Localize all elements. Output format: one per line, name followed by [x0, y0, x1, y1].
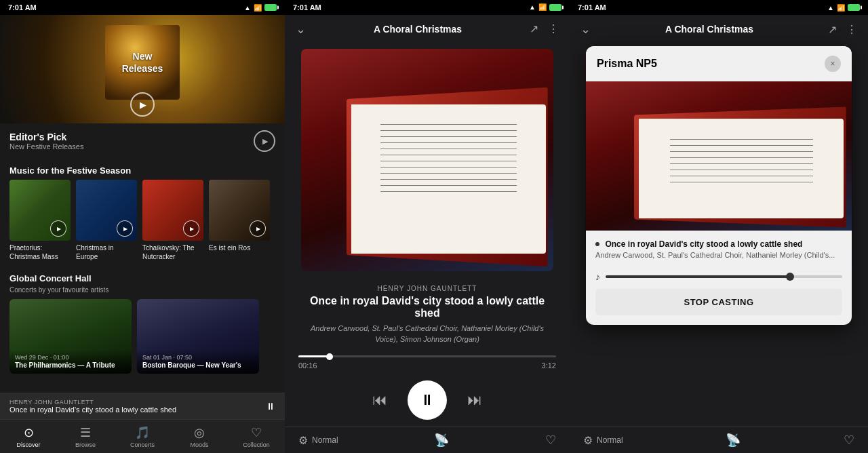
status-icons-2: ▲ 📶 — [529, 3, 561, 11]
book-line — [380, 185, 517, 186]
album-name-3: Tchaikovsky: The Nutcracker — [142, 243, 203, 261]
list-item[interactable]: Praetorius: Christmas Mass — [9, 180, 71, 261]
status-bar-3: 7:01 AM ▲ 📶 — [570, 0, 868, 15]
status-icons-3: ▲ 📶 — [827, 4, 860, 12]
album-thumb-3 — [142, 180, 203, 241]
progress-section: 00:16 3:12 — [285, 349, 570, 374]
volume-note-icon: ♪ — [595, 271, 600, 282]
close-icon: × — [830, 59, 835, 68]
cast-icon-3[interactable]: 📡 — [726, 433, 741, 448]
status-bar-1: 7:01 AM ▲ 📶 — [0, 0, 285, 15]
footer-left-3: ⚙ Normal — [583, 434, 623, 447]
album-play-4[interactable] — [250, 220, 266, 237]
album-play-1[interactable] — [50, 220, 66, 237]
album-play-3[interactable] — [183, 220, 199, 237]
book-line — [380, 149, 517, 149]
collection-icon: ♡ — [251, 425, 262, 440]
mini-player-artist: Henry John Gauntlett — [9, 399, 176, 406]
heart-icon[interactable]: ♡ — [545, 433, 556, 448]
player-header-title-3: A Choral Christmas — [665, 24, 753, 35]
hero-album-text: NewReleases — [122, 50, 163, 75]
list-item[interactable]: Es ist ein Ros — [209, 180, 270, 261]
more-icon-3[interactable]: ⋮ — [846, 23, 857, 36]
player-footer: ⚙ Normal 📡 ♡ — [285, 427, 570, 453]
settings-icon-3[interactable]: ⚙ — [583, 434, 593, 447]
battery-icon — [264, 4, 277, 11]
player-header-title: A Choral Christmas — [374, 24, 462, 35]
total-time: 3:12 — [542, 361, 556, 370]
volume-bar[interactable] — [606, 275, 842, 278]
wifi-icon-3: 📶 — [837, 4, 845, 12]
track-composer: Henry John Gauntlett — [298, 285, 556, 292]
pause-button[interactable]: ⏸ — [408, 380, 447, 420]
wifi-icon: 📶 — [254, 4, 262, 12]
album-art-main — [301, 49, 553, 271]
hero-album-art: NewReleases — [105, 25, 180, 100]
concerts-label: Concerts — [130, 441, 155, 448]
browse-icon: ☰ — [80, 425, 91, 440]
chevron-down-icon[interactable]: ⌄ — [296, 22, 306, 37]
chevron-down-icon-3[interactable]: ⌄ — [580, 22, 591, 37]
album-name-1: Praetorius: Christmas Mass — [9, 243, 71, 261]
popup-page-lines — [639, 119, 844, 203]
previous-button[interactable]: ⏮ — [372, 391, 387, 409]
next-button[interactable]: ⏭ — [467, 391, 482, 409]
share-icon[interactable]: ↗ — [530, 22, 538, 35]
book-line — [670, 163, 813, 164]
bottom-nav: ⊙ Discover ☰ Browse 🎵 Concerts ◎ Moods ♡… — [0, 419, 285, 453]
album-thumb-4 — [209, 180, 270, 241]
sidebar-item-browse[interactable]: ☰ Browse — [57, 420, 114, 453]
player-controls: ⏮ ⏸ ⏭ — [285, 374, 570, 427]
player-header-3: ⌄ A Choral Christmas ↗ ⋮ — [570, 15, 868, 43]
discover-icon: ⊙ — [24, 425, 34, 440]
panel-discovery: 7:01 AM ▲ 📶 NewReleases Editor's Pick Ne… — [0, 0, 285, 453]
book-line — [670, 145, 813, 146]
concerts-row: Wed 29 Dec · 01:00 The Philharmonics — A… — [0, 299, 285, 374]
sidebar-item-moods[interactable]: ◎ Moods — [171, 420, 228, 453]
album-play-2[interactable] — [117, 220, 133, 237]
mini-pause-button[interactable]: ⏸ — [266, 401, 275, 412]
hero-section[interactable]: NewReleases — [0, 15, 285, 123]
sidebar-item-collection[interactable]: ♡ Collection — [228, 420, 285, 453]
sidebar-item-concerts[interactable]: 🎵 Concerts — [114, 420, 171, 453]
editors-pick-play-button[interactable] — [254, 130, 275, 152]
editors-pick-title: Editor's Pick — [9, 132, 83, 142]
album-name-4: Es ist ein Ros — [209, 243, 270, 252]
book-line — [380, 155, 517, 155]
book-page-lines — [351, 104, 545, 211]
concerts-title: Global Concert Hall — [0, 273, 285, 286]
player-header-icons: ↗ ⋮ — [530, 22, 559, 35]
sidebar-item-discover[interactable]: ⊙ Discover — [0, 420, 57, 453]
list-item[interactable]: Wed 29 Dec · 01:00 The Philharmonics — A… — [9, 299, 132, 374]
progress-bar[interactable] — [298, 355, 556, 357]
book-line — [380, 124, 517, 125]
device-popup-album-art — [586, 81, 852, 231]
now-playing-dot — [595, 242, 599, 246]
mini-player[interactable]: Henry John Gauntlett Once in royal David… — [0, 393, 285, 419]
list-item[interactable]: Sat 01 Jan · 07:50 Boston Baroque — New … — [137, 299, 259, 374]
share-icon-3[interactable]: ↗ — [828, 23, 837, 36]
editors-pick-section: Editor's Pick New Festive Releases — [0, 123, 285, 159]
device-popup-close-button[interactable]: × — [825, 56, 841, 72]
stop-casting-button[interactable]: STOP CASTING — [595, 289, 842, 315]
cast-icon[interactable]: 📡 — [434, 433, 449, 448]
settings-icon[interactable]: ⚙ — [298, 434, 308, 447]
list-item[interactable]: Christmas in Europe — [76, 180, 137, 261]
device-track-artists: Andrew Carwood, St. Paul's Cathedral Cho… — [595, 250, 842, 260]
book-line — [380, 191, 517, 192]
device-popup: Prisma NP5 × Onc — [586, 46, 852, 325]
book-line — [380, 173, 517, 174]
heart-icon-3[interactable]: ♡ — [844, 433, 854, 448]
list-item[interactable]: Tchaikovsky: The Nutcracker — [142, 180, 203, 261]
more-icon[interactable]: ⋮ — [548, 22, 559, 35]
panel-now-playing: 7:01 AM ▲ 📶 ⌄ A Choral Christmas ↗ ⋮ — [285, 0, 570, 453]
status-time-1: 7:01 AM — [8, 3, 37, 12]
quality-label-3: Normal — [597, 435, 623, 445]
concert-name-2: Boston Baroque — New Year's — [142, 361, 254, 370]
book-line — [380, 142, 517, 143]
album-thumb-2 — [76, 180, 137, 241]
status-time-3: 7:01 AM — [578, 3, 606, 12]
volume-dot — [786, 273, 794, 281]
hero-play-button[interactable] — [130, 92, 155, 117]
wifi-icon-2: 📶 — [538, 3, 547, 11]
